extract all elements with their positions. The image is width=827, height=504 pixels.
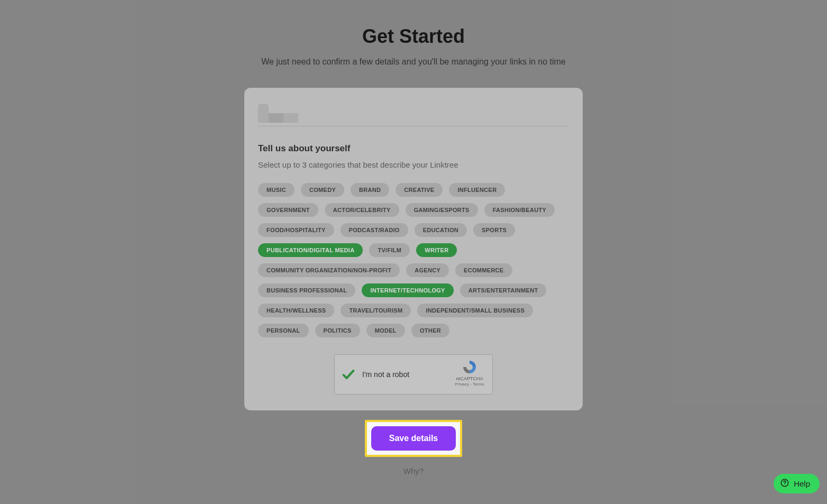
- category-chip[interactable]: INDEPENDENT/SMALL BUSINESS: [417, 304, 533, 317]
- category-chip[interactable]: PERSONAL: [258, 324, 309, 337]
- category-chip[interactable]: HEALTH/WELLNESS: [258, 304, 334, 317]
- recaptcha-brand-text: reCAPTCHA: [452, 376, 487, 381]
- category-chip[interactable]: MODEL: [366, 324, 405, 337]
- category-chip[interactable]: POLITICS: [315, 324, 360, 337]
- category-chip[interactable]: BUSINESS PROFESSIONAL: [258, 283, 355, 297]
- category-chip[interactable]: PODCAST/RADIO: [341, 223, 408, 237]
- save-details-button[interactable]: Save details: [371, 426, 456, 451]
- category-chip[interactable]: GAMING/ESPORTS: [406, 203, 478, 217]
- help-widget[interactable]: Help: [774, 474, 820, 493]
- category-chip[interactable]: FASHION/BEAUTY: [484, 203, 555, 217]
- category-chip[interactable]: CREATIVE: [396, 183, 443, 197]
- category-chip[interactable]: PUBLICATION/DIGITAL MEDIA: [258, 243, 363, 257]
- category-chip[interactable]: INFLUENCER: [449, 183, 505, 197]
- category-chip[interactable]: EDUCATION: [415, 223, 467, 237]
- category-chip[interactable]: TRAVEL/TOURISM: [341, 304, 411, 317]
- help-icon: [780, 478, 789, 489]
- recaptcha-links[interactable]: Privacy - Terms: [452, 382, 487, 387]
- category-chip[interactable]: COMEDY: [301, 183, 344, 197]
- help-label: Help: [794, 479, 810, 488]
- recaptcha-branding: reCAPTCHA Privacy - Terms: [452, 359, 487, 387]
- recaptcha-box[interactable]: I'm not a robot reCAPTCHA Privacy - Term…: [334, 354, 493, 395]
- category-chip[interactable]: TV/FILM: [369, 243, 410, 257]
- recaptcha-label: I'm not a robot: [362, 370, 409, 379]
- category-chip[interactable]: ACTOR/CELEBRITY: [325, 203, 399, 217]
- section-heading: Tell us about yourself: [258, 143, 569, 154]
- svg-point-1: [785, 484, 785, 485]
- divider: [258, 126, 569, 126]
- category-chip[interactable]: MUSIC: [258, 183, 295, 197]
- category-chip[interactable]: FOOD/HOSPITALITY: [258, 223, 334, 237]
- category-chip[interactable]: OTHER: [411, 324, 449, 337]
- category-chip[interactable]: COMMUNITY ORGANIZATION/NON-PROFIT: [258, 263, 400, 277]
- category-chip[interactable]: SPORTS: [473, 223, 515, 237]
- onboarding-card: Tell us about yourself Select up to 3 ca…: [244, 88, 583, 410]
- category-chip[interactable]: AGENCY: [406, 263, 449, 277]
- category-chip[interactable]: WRITER: [416, 243, 457, 257]
- why-link[interactable]: Why?: [403, 466, 424, 475]
- page-subtitle: We just need to confirm a few details an…: [261, 57, 566, 67]
- checkmark-icon: [341, 367, 356, 382]
- category-chip[interactable]: BRAND: [351, 183, 389, 197]
- skeleton-placeholder: [258, 104, 569, 123]
- section-subheading: Select up to 3 categories that best desc…: [258, 160, 569, 169]
- category-chip[interactable]: GOVERNMENT: [258, 203, 318, 217]
- category-chips: MUSICCOMEDYBRANDCREATIVEINFLUENCERGOVERN…: [258, 183, 569, 337]
- recaptcha-icon: [462, 359, 477, 375]
- category-chip[interactable]: ARTS/ENTERTAINMENT: [460, 283, 547, 297]
- page-title: Get Started: [362, 25, 465, 48]
- category-chip[interactable]: INTERNET/TECHNOLOGY: [362, 283, 453, 297]
- save-highlight-box: Save details: [365, 420, 463, 457]
- category-chip[interactable]: ECOMMERCE: [455, 263, 512, 277]
